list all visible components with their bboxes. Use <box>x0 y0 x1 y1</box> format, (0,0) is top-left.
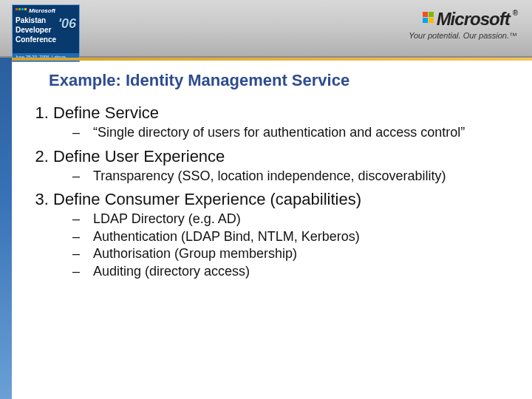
conference-badge: Microsoft Pakistan Developer Conference … <box>12 4 80 62</box>
slide-title: Example: Identity Management Service <box>49 71 514 90</box>
microsoft-flag-icon <box>423 12 434 23</box>
sub-list-item: LDAP Directory (e.g. AD) <box>72 211 514 228</box>
sub-list-item: Transparency (SSO, location independence… <box>72 168 514 185</box>
microsoft-flag-icon <box>16 8 27 15</box>
badge-footer: June 28-30, 2006, Lahore <box>13 53 79 61</box>
sub-list-item: Authorisation (Group membership) <box>72 245 514 262</box>
sub-list-item: Auditing (directory access) <box>72 263 514 280</box>
sub-list: “Single directory of users for authentic… <box>53 124 514 141</box>
list-item: Define Consumer Experience (capabilities… <box>53 190 514 279</box>
list-item: Define Service “Single directory of user… <box>53 103 514 141</box>
brand-block: Microsoft® Your potential. Our passion.™ <box>409 9 517 40</box>
microsoft-logo: Microsoft® <box>409 9 517 30</box>
sub-list-item: Authentication (LDAP Bind, NTLM, Kerbero… <box>72 228 514 245</box>
slide-header: Microsoft Pakistan Developer Conference … <box>0 0 532 58</box>
badge-brand: Microsoft <box>16 8 76 15</box>
slide-content: Example: Identity Management Service Def… <box>12 65 532 291</box>
list-item-title: Define Consumer Experience (capabilities… <box>53 190 361 208</box>
list-item-title: Define User Experience <box>53 147 225 166</box>
sub-list-item: “Single directory of users for authentic… <box>72 124 514 141</box>
conference-name-line3: Conference <box>16 35 76 44</box>
sub-list: Transparency (SSO, location independence… <box>53 168 514 185</box>
registered-mark: ® <box>513 9 517 17</box>
brand-tagline: Your potential. Our passion.™ <box>409 31 517 40</box>
conference-year: '06 <box>58 17 76 32</box>
badge-brand-text: Microsoft <box>29 8 55 15</box>
list-item: Define User Experience Transparency (SSO… <box>53 147 514 185</box>
sub-list: LDAP Directory (e.g. AD) Authentication … <box>53 211 514 279</box>
list-item-title: Define Service <box>53 103 159 122</box>
brand-name: Microsoft <box>437 9 510 30</box>
numbered-list: Define Service “Single directory of user… <box>37 103 514 279</box>
left-accent-stripe <box>0 58 12 399</box>
